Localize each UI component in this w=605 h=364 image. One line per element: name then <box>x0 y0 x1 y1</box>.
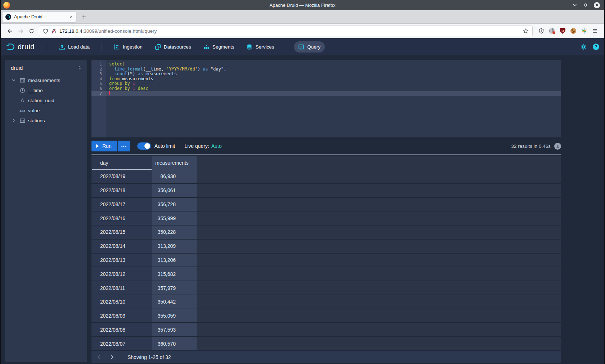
chevron-right-icon[interactable] <box>11 118 17 123</box>
row-filler <box>197 184 561 197</box>
code-token: desc <box>138 86 148 91</box>
cell-measurements[interactable]: 360,570 <box>152 337 197 350</box>
cell-measurements[interactable]: 357,593 <box>152 323 197 336</box>
cell-measurements[interactable]: 86,930 <box>152 170 197 183</box>
cookie-icon[interactable] <box>570 28 576 34</box>
tree-item-value[interactable]: 123value <box>5 105 87 115</box>
cell-measurements[interactable]: 313,206 <box>152 254 197 267</box>
shade-chevron-icon[interactable] <box>572 3 577 8</box>
nav-item-segments[interactable]: Segments <box>199 41 239 53</box>
cell-measurements[interactable]: 357,979 <box>152 281 197 295</box>
header-divider <box>47 43 47 51</box>
cell-day[interactable]: 2022/08/08 <box>91 323 152 336</box>
close-icon[interactable] <box>594 2 600 8</box>
nav-item-load-data[interactable]: Load data <box>55 41 94 53</box>
tree-item-measurements[interactable]: measurements <box>5 75 87 85</box>
back-icon[interactable] <box>4 26 15 36</box>
code-line-2: time_format(__time, 'YYYY/MM/dd') as "da… <box>106 67 561 72</box>
cell-day[interactable]: 2022/08/17 <box>91 198 152 211</box>
row-filler <box>197 295 561 309</box>
header-divider <box>286 43 286 51</box>
druid-console: druid measurements__timeAstation_uuid123… <box>1 55 604 364</box>
url-input[interactable]: 172.18.0.4:30899/unified-console.html#qu… <box>39 26 533 36</box>
code-token: 'YYYY/MM/dd' <box>166 67 198 72</box>
shield-extension-icon[interactable] <box>538 28 544 34</box>
nav-label: Segments <box>212 44 234 50</box>
cell-measurements[interactable]: 350,442 <box>152 295 197 309</box>
druid-logo[interactable]: druid <box>6 42 35 51</box>
play-icon <box>96 144 99 148</box>
menu-hamburger-icon[interactable] <box>592 28 598 34</box>
druid-nav: Load dataIngestionDatasourcesSegmentsSer… <box>41 41 327 53</box>
insecure-lock-icon[interactable] <box>51 28 57 34</box>
cell-day[interactable]: 2022/08/19 <box>91 170 152 183</box>
sql-editor[interactable]: 1234567 select time_format(__time, 'YYYY… <box>91 60 561 137</box>
cell-value: 357,593 <box>155 327 176 333</box>
gear-icon[interactable] <box>580 44 587 50</box>
tab-apache-druid[interactable]: Apache Druid <box>2 12 76 22</box>
help-icon[interactable]: ? <box>593 44 599 50</box>
results-splitter[interactable] <box>91 154 561 155</box>
nav-item-services[interactable]: Services <box>242 41 278 53</box>
download-icon[interactable] <box>554 143 561 150</box>
tab-close-icon[interactable] <box>69 15 73 19</box>
proxy-circle-icon[interactable] <box>549 28 555 34</box>
code-token: measurements <box>120 76 153 81</box>
cell-measurements[interactable]: 355,999 <box>152 211 197 225</box>
table-row: 2022/08/12315,682 <box>91 267 561 281</box>
nav-item-query[interactable]: Query <box>294 41 325 53</box>
prev-page-icon[interactable] <box>94 352 104 363</box>
tree-item--time[interactable]: __time <box>5 85 87 95</box>
tree-item-station-uuid[interactable]: Astation_uuid <box>5 95 87 105</box>
cell-day[interactable]: 2022/08/18 <box>91 184 152 197</box>
run-more-button[interactable]: ••• <box>118 141 130 151</box>
column-header-measurements[interactable]: measurements <box>152 156 197 170</box>
cell-measurements[interactable]: 350,228 <box>152 226 197 239</box>
ublock-icon[interactable]: U <box>560 28 565 34</box>
column-header-day[interactable]: day <box>91 156 152 170</box>
code-token <box>109 71 114 76</box>
cell-day[interactable]: 2022/08/07 <box>91 337 152 350</box>
results-header: daymeasurements <box>91 156 561 170</box>
cell-day[interactable]: 2022/08/12 <box>91 267 152 281</box>
bookmark-star-icon[interactable] <box>523 28 529 34</box>
code-token: (*) <box>127 71 138 76</box>
live-query-value[interactable]: Auto <box>211 143 222 149</box>
cell-day[interactable]: 2022/08/13 <box>91 254 152 267</box>
nav-label: Datasources <box>164 44 191 50</box>
row-filler <box>197 337 561 350</box>
datasources-icon <box>155 44 161 50</box>
query-main: 1234567 select time_format(__time, 'YYYY… <box>91 60 561 363</box>
cell-day[interactable]: 2022/08/10 <box>91 295 152 309</box>
cell-day[interactable]: 2022/08/11 <box>91 281 152 295</box>
cell-day[interactable]: 2022/08/09 <box>91 309 152 323</box>
header-divider <box>102 43 102 51</box>
tree-item-stations[interactable]: stations <box>5 115 87 126</box>
schema-selector[interactable]: druid <box>5 60 87 75</box>
nav-item-datasources[interactable]: Datasources <box>151 41 196 53</box>
nav-item-ingestion[interactable]: Ingestion <box>109 41 147 53</box>
code-token: count <box>114 71 127 76</box>
run-button[interactable]: Run <box>91 141 117 151</box>
cell-measurements[interactable]: 355,059 <box>152 309 197 323</box>
auto-limit-toggle[interactable] <box>137 142 151 150</box>
pagination-bar: Showing 1-25 of 32 <box>91 351 561 363</box>
reload-icon[interactable] <box>26 26 37 36</box>
cell-measurements[interactable]: 313,209 <box>152 240 197 253</box>
cell-day[interactable]: 2022/08/14 <box>91 240 152 253</box>
maximize-diamond-icon[interactable] <box>583 3 588 8</box>
line-number: 6 <box>91 86 106 91</box>
chevron-down-icon[interactable] <box>11 78 17 82</box>
next-page-icon[interactable] <box>107 352 117 363</box>
cell-measurements[interactable]: 356,728 <box>152 198 197 211</box>
cell-measurements[interactable]: 315,682 <box>152 267 197 281</box>
multicolor-asterisk-icon[interactable] <box>581 28 587 34</box>
new-tab-button[interactable] <box>81 14 86 19</box>
cell-value: 357,979 <box>155 285 176 291</box>
cell-measurements[interactable]: 356,061 <box>152 184 197 197</box>
cell-day[interactable]: 2022/08/15 <box>91 226 152 239</box>
line-number: 7 <box>91 91 106 96</box>
cell-day[interactable]: 2022/08/16 <box>91 211 152 225</box>
forward-icon[interactable] <box>15 26 26 36</box>
tracking-shield-icon[interactable] <box>43 28 48 34</box>
